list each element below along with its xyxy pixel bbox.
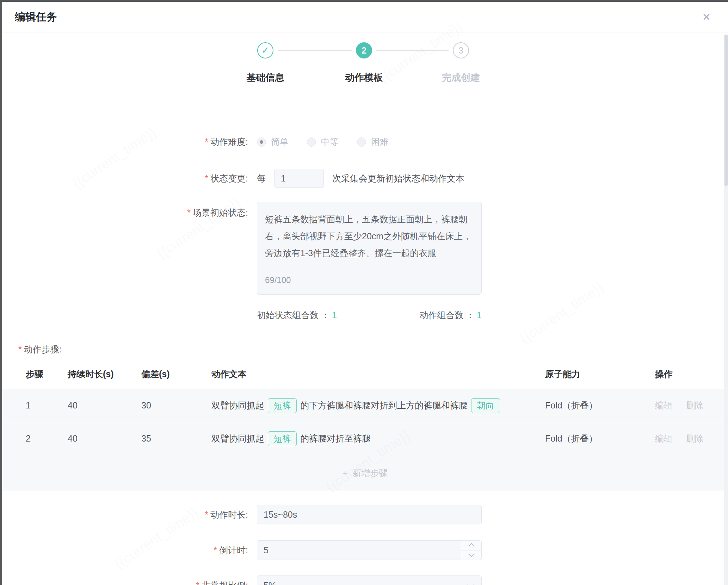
scrollbar-thumb[interactable] bbox=[724, 35, 728, 186]
countdown-row: *倒计时: bbox=[2, 540, 728, 560]
close-icon[interactable]: × bbox=[703, 10, 710, 24]
col-header-step: 步骤 bbox=[26, 368, 68, 380]
step-2-label: 动作模板 bbox=[322, 71, 406, 84]
chevron-down-icon bbox=[468, 551, 474, 557]
duration-input[interactable] bbox=[257, 505, 482, 524]
cell-action-text: 双臂协同抓起 短裤 的下方裤腿和裤腰对折到上方的裤腿和裤腰 朝向 bbox=[211, 398, 545, 413]
required-asterisk: * bbox=[205, 173, 208, 183]
table-row: 1 40 30 双臂协同抓起 短裤 的下方裤腿和裤腰对折到上方的裤腿和裤腰 朝向… bbox=[2, 389, 728, 422]
col-header-duration: 持续时长(s) bbox=[68, 368, 141, 380]
check-icon: ✓ bbox=[261, 45, 270, 56]
step-1-circle: ✓ bbox=[257, 42, 273, 58]
dialog-title: 编辑任务 bbox=[15, 10, 57, 24]
decrease-button[interactable] bbox=[461, 550, 481, 560]
radio-medium[interactable]: 中等 bbox=[307, 136, 339, 148]
char-counter: 69/100 bbox=[265, 272, 291, 289]
radio-selected-icon bbox=[257, 137, 266, 147]
unusual-ratio-label: *非常规比例: bbox=[2, 580, 248, 585]
initial-state-text: 短裤五条数据背面朝上，五条数据正面朝上，裤腰朝右，离头部视野下方至少20cm之外… bbox=[265, 211, 474, 261]
state-change-row: *状态变更: 每 次采集会更新初始状态和动作文本 bbox=[2, 169, 728, 188]
radio-icon bbox=[307, 137, 316, 147]
add-step-button[interactable]: + 新增步骤 bbox=[2, 455, 728, 491]
cell-deviation: 35 bbox=[141, 433, 211, 444]
countdown-stepper bbox=[257, 540, 482, 560]
scrollbar-track[interactable] bbox=[724, 35, 728, 585]
object-tag: 短裤 bbox=[268, 398, 297, 413]
countdown-input[interactable] bbox=[257, 540, 482, 560]
table-header-row: 步骤 持续时长(s) 偏差(s) 动作文本 原子能力 操作 bbox=[2, 367, 728, 381]
stepper-controls bbox=[461, 541, 481, 560]
edit-button[interactable]: 编辑 bbox=[655, 433, 673, 444]
initial-state-label: *场景初始状态: bbox=[2, 207, 248, 218]
table-row: 2 40 35 双臂协同抓起 短裤 的裤腰对折至裤腿 Fold（折叠） 编辑 删… bbox=[2, 422, 728, 455]
initial-combo-count: 初始状态组合数 ：1 bbox=[257, 309, 337, 321]
cell-actions: 编辑 删除 bbox=[655, 433, 728, 444]
initial-combo-value: 1 bbox=[332, 310, 337, 320]
delete-button[interactable]: 删除 bbox=[686, 400, 704, 411]
radio-easy-label: 简单 bbox=[271, 136, 289, 148]
unusual-ratio-select[interactable]: 5% bbox=[257, 575, 482, 585]
difficulty-label: *动作难度: bbox=[2, 136, 248, 148]
col-header-ability: 原子能力 bbox=[545, 368, 655, 380]
initial-state-row: *场景初始状态: 短裤五条数据背面朝上，五条数据正面朝上，裤腰朝右，离头部视野下… bbox=[2, 202, 728, 295]
state-change-input[interactable] bbox=[274, 169, 324, 188]
action-combo-count: 动作组合数 ：1 bbox=[419, 309, 482, 321]
radio-hard-label: 困难 bbox=[371, 136, 389, 148]
action-steps-table: 步骤 持续时长(s) 偏差(s) 动作文本 原子能力 操作 1 40 30 双臂… bbox=[2, 367, 728, 491]
initial-state-textarea[interactable]: 短裤五条数据背面朝上，五条数据正面朝上，裤腰朝右，离头部视野下方至少20cm之外… bbox=[257, 202, 482, 295]
chevron-up-icon bbox=[468, 543, 474, 549]
difficulty-row: *动作难度: 简单 中等 困难 bbox=[2, 136, 728, 148]
plus-icon: + bbox=[343, 468, 348, 478]
cell-action-text: 双臂协同抓起 短裤 的裤腰对折至裤腿 bbox=[211, 431, 545, 446]
state-change-label: *状态变更: bbox=[2, 173, 248, 184]
state-change-prefix: 每 bbox=[257, 173, 266, 184]
step-3-circle: 3 bbox=[453, 42, 469, 58]
cell-actions: 编辑 删除 bbox=[655, 400, 728, 411]
step-2-number: 2 bbox=[362, 45, 366, 56]
edit-task-dialog: {{current_time}} {{current_time}} {{curr… bbox=[2, 2, 728, 585]
object-tag: 短裤 bbox=[268, 431, 297, 446]
combo-counts-row: 初始状态组合数 ：1 动作组合数 ：1 bbox=[257, 309, 482, 321]
edit-button[interactable]: 编辑 bbox=[655, 400, 673, 411]
required-asterisk: * bbox=[18, 344, 22, 354]
col-header-text: 动作文本 bbox=[211, 368, 545, 380]
unusual-ratio-value: 5% bbox=[257, 575, 482, 585]
required-asterisk: * bbox=[214, 545, 217, 555]
dialog-header: 编辑任务 × bbox=[2, 2, 728, 32]
action-steps-label: *动作步骤: bbox=[18, 344, 728, 355]
radio-medium-label: 中等 bbox=[321, 136, 339, 148]
orientation-tag: 朝向 bbox=[471, 398, 500, 413]
col-header-deviation: 偏差(s) bbox=[141, 368, 211, 380]
cell-ability: Fold（折叠） bbox=[545, 400, 655, 411]
step-3-label: 完成创建 bbox=[419, 71, 503, 84]
step-2-circle: 2 bbox=[356, 42, 372, 58]
cell-duration: 40 bbox=[68, 433, 141, 444]
radio-easy[interactable]: 简单 bbox=[257, 136, 289, 148]
required-asterisk: * bbox=[187, 208, 191, 217]
radio-hard[interactable]: 困难 bbox=[357, 136, 389, 148]
duration-label: *动作时长: bbox=[2, 509, 248, 521]
countdown-label: *倒计时: bbox=[2, 544, 248, 556]
action-combo-value: 1 bbox=[477, 310, 482, 320]
step-3-number: 3 bbox=[458, 45, 463, 56]
step-connector bbox=[376, 50, 449, 51]
required-asterisk: * bbox=[205, 510, 208, 519]
step-connector bbox=[278, 50, 352, 51]
cell-step: 2 bbox=[26, 433, 68, 444]
delete-button[interactable]: 删除 bbox=[686, 433, 704, 444]
stepper: ✓ 2 3 基础信息 动作模板 完成创建 bbox=[2, 42, 728, 95]
increase-button[interactable] bbox=[461, 541, 481, 550]
required-asterisk: * bbox=[205, 137, 208, 147]
radio-icon bbox=[357, 137, 366, 147]
cell-ability: Fold（折叠） bbox=[545, 433, 655, 444]
cell-step: 1 bbox=[26, 400, 68, 411]
required-asterisk: * bbox=[196, 580, 199, 585]
duration-row: *动作时长: bbox=[2, 505, 728, 524]
unusual-ratio-row: *非常规比例: 5% bbox=[2, 575, 728, 585]
cell-deviation: 30 bbox=[141, 400, 211, 411]
step-1-label: 基础信息 bbox=[223, 71, 308, 84]
state-change-suffix: 次采集会更新初始状态和动作文本 bbox=[332, 173, 464, 184]
col-header-actions: 操作 bbox=[655, 368, 728, 380]
cell-duration: 40 bbox=[68, 400, 141, 411]
